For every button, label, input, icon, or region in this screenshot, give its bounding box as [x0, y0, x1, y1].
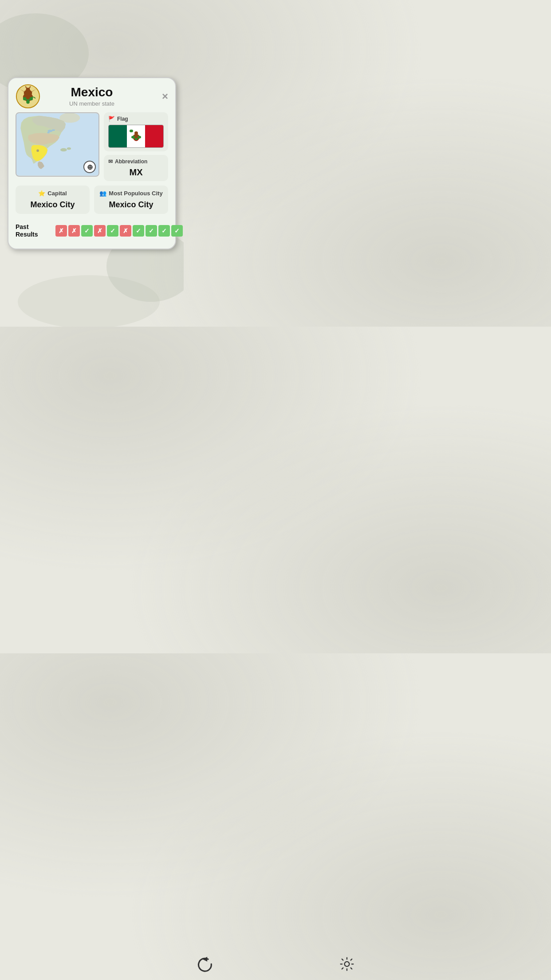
svg-point-18 [67, 147, 71, 150]
flag-red-stripe [145, 125, 163, 147]
abbrev-icon: ✉ [108, 158, 113, 165]
populous-value: Mexico City [99, 200, 163, 209]
abbrev-label: ✉ Abbreviation [108, 158, 164, 165]
zoom-button[interactable]: ⊕ [83, 161, 96, 173]
svg-rect-9 [23, 97, 26, 100]
capital-value: Mexico City [21, 200, 84, 209]
abbreviation-value: MX [108, 167, 164, 178]
flag-green-stripe [109, 125, 127, 147]
populous-card: 👥 Most Populous City Mexico City [94, 186, 168, 214]
results-boxes: ✗✗✓✗✓✗✓✓✓✓ [55, 225, 183, 237]
people-icon: 👥 [99, 190, 106, 197]
svg-point-15 [52, 129, 55, 131]
past-results-section: PastResults ✗✗✓✗✓✗✓✓✓✓ 60 % [16, 220, 168, 241]
capital-card: ⭐ Capital Mexico City [16, 186, 90, 214]
svg-point-2 [18, 275, 160, 327]
title-block: Mexico UN member state [69, 85, 114, 107]
bottom-cards: ⭐ Capital Mexico City 👥 Most Populous Ci… [16, 186, 168, 214]
result-box-correct: ✓ [81, 225, 93, 237]
flag-panel: 🚩 Flag [104, 112, 168, 151]
result-box-wrong: ✗ [55, 225, 67, 237]
map-container: ⊕ [16, 112, 99, 177]
result-box-wrong: ✗ [120, 225, 131, 237]
svg-point-25 [131, 136, 135, 138]
svg-rect-23 [130, 130, 133, 132]
past-results-label: PastResults [16, 223, 51, 238]
result-box-correct: ✓ [171, 225, 183, 237]
star-icon: ⭐ [38, 190, 45, 197]
coat-of-arms [16, 84, 40, 109]
result-box-correct: ✓ [158, 225, 170, 237]
card-header: Mexico UN member state × [16, 85, 168, 107]
flag-label: 🚩 Flag [108, 116, 164, 122]
right-panels: 🚩 Flag [104, 112, 168, 181]
result-box-correct: ✓ [107, 225, 118, 237]
result-box-wrong: ✗ [68, 225, 80, 237]
abbreviation-panel: ✉ Abbreviation MX [104, 155, 168, 181]
flag-white-stripe [127, 125, 145, 147]
country-status: UN member state [69, 100, 114, 107]
flag-icon: 🚩 [108, 116, 115, 122]
close-button[interactable]: × [162, 91, 168, 102]
svg-point-16 [47, 132, 50, 134]
country-card: Mexico UN member state × [8, 77, 176, 249]
result-box-wrong: ✗ [94, 225, 106, 237]
result-box-correct: ✓ [146, 225, 157, 237]
svg-rect-10 [30, 97, 33, 100]
capital-label: ⭐ Capital [21, 190, 84, 197]
mexico-flag [108, 125, 164, 148]
svg-point-17 [60, 148, 67, 151]
populous-label: 👥 Most Populous City [99, 190, 163, 197]
svg-point-26 [138, 136, 141, 138]
result-box-correct: ✓ [133, 225, 144, 237]
country-name: Mexico [69, 85, 114, 99]
svg-point-19 [36, 150, 39, 152]
svg-rect-8 [26, 99, 29, 103]
main-content: ⊕ 🚩 Flag [16, 112, 168, 181]
